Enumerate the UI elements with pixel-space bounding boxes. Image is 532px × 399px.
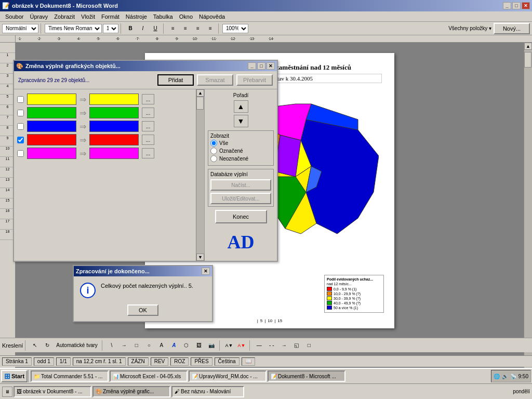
- ok-button[interactable]: OK: [127, 304, 158, 316]
- menu-upravy[interactable]: Úpravy: [26, 12, 51, 21]
- shadow-style[interactable]: ◱: [291, 340, 302, 351]
- image-tool[interactable]: 📷: [206, 340, 217, 351]
- scroll-up-button[interactable]: ▲: [524, 43, 532, 50]
- menu-format[interactable]: Formát: [98, 12, 123, 21]
- close-button[interactable]: ✕: [522, 2, 530, 9]
- more-btn-3[interactable]: ...: [142, 121, 154, 131]
- oval-tool[interactable]: ○: [143, 340, 155, 351]
- taskbar-obrazek[interactable]: 🖼 obrázek v Dokument8 - ...: [14, 386, 91, 397]
- underline-button[interactable]: U: [150, 23, 161, 34]
- dialog-close-btn[interactable]: ✕: [267, 62, 275, 70]
- taskbar-totalcmd[interactable]: 📁 Total Commander 5.51 - ...: [31, 370, 109, 382]
- prebarvit-button[interactable]: Přebarvit: [236, 74, 273, 86]
- menu-napoveda[interactable]: Nápověda: [196, 12, 228, 21]
- pridat-button[interactable]: Přidat: [157, 74, 194, 86]
- color-from-1[interactable]: [27, 94, 76, 105]
- menu-tabulka[interactable]: Tabulka: [150, 12, 176, 21]
- color-from-4[interactable]: [27, 134, 76, 145]
- more-btn-5[interactable]: ...: [142, 148, 154, 158]
- color-to-4[interactable]: [89, 134, 139, 145]
- fill-color[interactable]: A▼: [223, 340, 235, 351]
- taskbar-zmena[interactable]: 🎨 Změna výplně grafic...: [92, 386, 170, 397]
- dialog-max-btn[interactable]: □: [257, 62, 265, 70]
- zoom-select[interactable]: 100%: [222, 24, 248, 33]
- arrow-style[interactable]: →: [278, 340, 290, 351]
- style-select[interactable]: Normální: [2, 24, 38, 33]
- align-justify[interactable]: ≡: [205, 23, 216, 34]
- color-check-3[interactable]: [17, 123, 24, 130]
- arrow-tool[interactable]: →: [118, 340, 130, 351]
- dialog-scroll-up[interactable]: ▲: [196, 89, 204, 97]
- align-right[interactable]: ≡: [192, 23, 204, 34]
- diagram-tool[interactable]: ⬡: [181, 340, 192, 351]
- color-from-5[interactable]: [27, 148, 76, 159]
- order-down-button[interactable]: ▼: [234, 115, 248, 127]
- scroll-track-v[interactable]: [524, 50, 532, 383]
- color-check-4[interactable]: [17, 137, 24, 143]
- color-to-3[interactable]: [89, 121, 139, 132]
- taskbar-word-rm[interactable]: 📝 UpravyWord_RM.doc - ...: [189, 370, 267, 382]
- rotation-tool[interactable]: ↻: [42, 340, 53, 351]
- 3d-style[interactable]: □: [303, 340, 315, 351]
- small-dialog-close[interactable]: ✕: [202, 268, 210, 275]
- desktop-icon[interactable]: 🖥: [2, 387, 12, 397]
- order-up-button[interactable]: ▲: [234, 100, 248, 113]
- color-to-5[interactable]: [89, 148, 139, 159]
- menu-soubor[interactable]: Soubor: [2, 12, 26, 21]
- maximize-button[interactable]: □: [512, 2, 521, 9]
- nacist-button[interactable]: Načíst...: [210, 179, 271, 191]
- align-center[interactable]: ≡: [180, 23, 191, 34]
- more-btn-1[interactable]: ...: [142, 94, 154, 104]
- arrow-3: ⇒: [79, 122, 86, 131]
- line-tool[interactable]: \: [106, 340, 117, 351]
- drawing-toolbar: Kreslení ↖ ↻ Automatické tvary \ → □ ○ A…: [0, 338, 532, 352]
- select-tool[interactable]: ↖: [29, 340, 41, 351]
- dialog-scroll-thumb[interactable]: [196, 97, 204, 110]
- menu-zobrazit[interactable]: Zobrazit: [51, 12, 78, 21]
- color-to-2[interactable]: [89, 107, 139, 118]
- minimize-button[interactable]: _: [503, 2, 511, 9]
- font-color[interactable]: A▼: [236, 340, 247, 351]
- textbox-tool[interactable]: A: [156, 340, 167, 351]
- size-select[interactable]: 10: [103, 24, 118, 33]
- dash-style[interactable]: - -: [266, 340, 277, 351]
- smazat-button[interactable]: Smazat: [197, 74, 233, 86]
- small-dialog: Zpracování je dokončeno... ✕ i Celkový p…: [73, 265, 213, 322]
- ulozit-button[interactable]: Uložit/Editovat...: [210, 193, 271, 204]
- menu-nastroje[interactable]: Nástroje: [123, 12, 150, 21]
- rect-tool[interactable]: □: [131, 340, 142, 351]
- radio-oznacene[interactable]: [210, 148, 217, 154]
- completion-message: Celkový počet nalezených výplní.. 5.: [101, 283, 193, 289]
- more-btn-2[interactable]: ...: [142, 108, 154, 118]
- color-check-2[interactable]: [17, 110, 24, 116]
- menu-vlozit[interactable]: Vložit: [78, 12, 98, 21]
- color-check-1[interactable]: [17, 96, 24, 103]
- color-check-5[interactable]: [17, 150, 24, 157]
- font-select[interactable]: Times New Roman: [45, 24, 102, 33]
- auto-shapes-btn[interactable]: Automatické tvary: [54, 342, 99, 348]
- taskbar-word-doc8[interactable]: 📝 Dokument8 - Microsoft ...: [268, 370, 345, 382]
- scroll-thumb-v[interactable]: [524, 52, 531, 68]
- radio-neoznacene[interactable]: [210, 155, 217, 162]
- dialog-min-btn[interactable]: _: [248, 62, 256, 70]
- radio-vse[interactable]: [210, 140, 217, 147]
- new-button[interactable]: Nový...: [494, 23, 530, 34]
- bold-button[interactable]: B: [125, 23, 136, 34]
- dialog-scroll-track[interactable]: [196, 97, 204, 254]
- day-label: pondělí: [513, 389, 530, 394]
- start-button[interactable]: ⊞ Start: [1, 370, 28, 382]
- color-to-1[interactable]: [89, 94, 139, 105]
- clipart-tool[interactable]: 🖼: [193, 340, 205, 351]
- color-from-3[interactable]: [27, 121, 76, 132]
- wordart-tool[interactable]: A: [168, 340, 180, 351]
- dialog-scroll-down[interactable]: ▼: [196, 254, 204, 261]
- color-from-2[interactable]: [27, 107, 76, 118]
- konec-button[interactable]: Konec: [215, 210, 267, 223]
- taskbar-mspaint[interactable]: 🖌 Bez názvu - Malování: [171, 386, 244, 397]
- line-style[interactable]: —: [254, 340, 265, 351]
- menu-okno[interactable]: Okno: [176, 12, 196, 21]
- italic-button[interactable]: I: [137, 23, 149, 34]
- align-left[interactable]: ≡: [167, 23, 179, 34]
- taskbar-excel[interactable]: 📊 Microsoft Excel - 04-05.xls: [110, 370, 188, 382]
- more-btn-4[interactable]: ...: [142, 135, 154, 145]
